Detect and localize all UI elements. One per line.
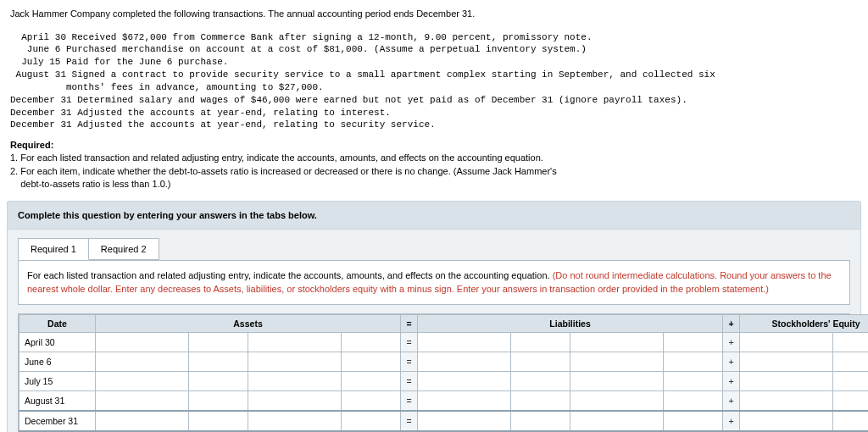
op-equals: = — [401, 391, 418, 412]
input-cell[interactable] — [664, 333, 723, 352]
input-cell[interactable] — [189, 411, 248, 431]
required-heading: Required: — [0, 135, 868, 152]
op-equals: = — [401, 352, 418, 372]
op-equals: = — [401, 372, 418, 391]
input-cell[interactable] — [664, 372, 723, 391]
header-assets: Assets — [96, 315, 401, 333]
input-cell[interactable] — [833, 372, 868, 391]
input-cell[interactable] — [418, 352, 511, 372]
op-plus: + — [723, 391, 740, 412]
input-cell[interactable] — [664, 411, 723, 431]
header-liabilities: Liabilities — [418, 315, 723, 333]
input-cell[interactable] — [570, 391, 664, 412]
date-cell[interactable]: August 31 — [19, 391, 96, 412]
op-plus: + — [723, 352, 740, 372]
input-cell[interactable] — [418, 391, 511, 412]
input-cell[interactable] — [570, 352, 664, 372]
required-items: 1. For each listed transaction and relat… — [0, 152, 868, 197]
grid-header-row: Date Assets = Liabilities + Stockholders… — [19, 315, 869, 333]
tab-required-2[interactable]: Required 2 — [88, 238, 159, 260]
input-cell[interactable] — [511, 411, 570, 431]
input-cell[interactable] — [96, 411, 189, 431]
input-cell[interactable] — [248, 411, 342, 431]
date-cell[interactable]: July 15 — [19, 372, 96, 391]
answer-grid: Date Assets = Liabilities + Stockholders… — [18, 313, 850, 432]
input-cell[interactable] — [189, 352, 248, 372]
header-equity: Stockholders' Equity — [740, 315, 868, 333]
input-cell[interactable] — [740, 352, 833, 372]
table-row: December 31 = + — [19, 411, 869, 431]
input-cell[interactable] — [570, 372, 664, 391]
input-cell[interactable] — [342, 391, 401, 412]
input-cell[interactable] — [740, 333, 833, 352]
transactions-list: April 30 Received $672,000 from Commerce… — [0, 25, 868, 136]
input-cell[interactable] — [96, 391, 189, 412]
input-cell[interactable] — [189, 333, 248, 352]
op-plus: + — [723, 333, 740, 352]
op-plus: + — [723, 372, 740, 391]
input-cell[interactable] — [511, 333, 570, 352]
tab-required-1[interactable]: Required 1 — [18, 238, 89, 260]
input-cell[interactable] — [96, 333, 189, 352]
input-cell[interactable] — [248, 352, 342, 372]
table-row: August 31 = + — [19, 391, 869, 412]
input-cell[interactable] — [418, 372, 511, 391]
input-cell[interactable] — [96, 352, 189, 372]
input-cell[interactable] — [511, 391, 570, 412]
date-cell[interactable]: December 31 — [19, 411, 96, 431]
op-equals: = — [401, 333, 418, 352]
table-row: April 30 = + — [19, 333, 869, 352]
date-cell[interactable]: June 6 — [19, 352, 96, 372]
answer-panel: Complete this question by entering your … — [7, 201, 861, 432]
required-item-2a: 2. For each item, indicate whether the d… — [10, 165, 858, 178]
input-cell[interactable] — [189, 391, 248, 412]
required-item-1: 1. For each listed transaction and relat… — [10, 152, 858, 164]
problem-intro: Jack Hammer Company completed the follow… — [0, 0, 868, 25]
input-cell[interactable] — [740, 411, 833, 431]
required-item-2b: debt-to-assets ratio is less than 1.0.) — [10, 178, 858, 191]
input-cell[interactable] — [570, 333, 664, 352]
input-cell[interactable] — [570, 411, 664, 431]
op-plus: + — [723, 411, 740, 431]
input-cell[interactable] — [664, 391, 723, 412]
tab-instructions-main: For each listed transaction and related … — [27, 270, 553, 280]
header-plus: + — [723, 315, 740, 333]
input-cell[interactable] — [342, 411, 401, 431]
input-cell[interactable] — [833, 391, 868, 412]
header-equals: = — [401, 315, 418, 333]
date-cell[interactable]: April 30 — [19, 333, 96, 352]
input-cell[interactable] — [418, 333, 511, 352]
input-cell[interactable] — [511, 352, 570, 372]
panel-instruction: Complete this question by entering your … — [8, 202, 860, 230]
tab-instructions: For each listed transaction and related … — [18, 260, 850, 305]
input-cell[interactable] — [664, 352, 723, 372]
table-row: June 6 = + — [19, 352, 869, 372]
input-cell[interactable] — [833, 411, 868, 431]
input-cell[interactable] — [189, 372, 248, 391]
grid-body: April 30 = + June 6 = + July 15 — [19, 333, 869, 432]
input-cell[interactable] — [342, 352, 401, 372]
input-cell[interactable] — [96, 372, 189, 391]
input-cell[interactable] — [511, 372, 570, 391]
input-cell[interactable] — [248, 333, 342, 352]
input-cell[interactable] — [740, 372, 833, 391]
input-cell[interactable] — [342, 372, 401, 391]
op-equals: = — [401, 411, 418, 431]
input-cell[interactable] — [342, 333, 401, 352]
input-cell[interactable] — [740, 391, 833, 412]
header-date: Date — [19, 315, 96, 333]
table-row: July 15 = + — [19, 372, 869, 391]
input-cell[interactable] — [418, 411, 511, 431]
input-cell[interactable] — [248, 391, 342, 412]
tab-bar: Required 1 Required 2 — [8, 230, 860, 260]
input-cell[interactable] — [248, 372, 342, 391]
input-cell[interactable] — [833, 352, 868, 372]
input-cell[interactable] — [833, 333, 868, 352]
